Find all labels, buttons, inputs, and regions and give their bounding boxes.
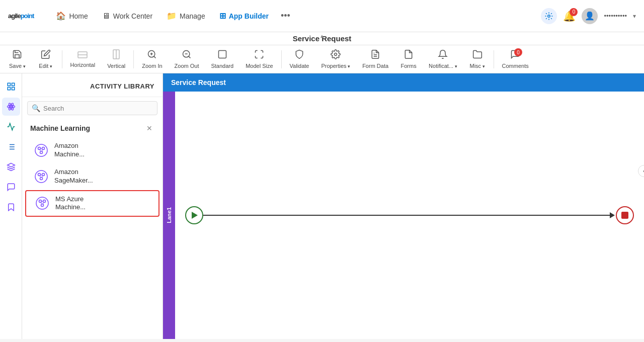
sidebar-icon-atom[interactable] [2, 98, 20, 116]
standard-label: Standard [211, 63, 233, 69]
svg-point-48 [41, 204, 44, 207]
settings-icon[interactable] [541, 8, 557, 24]
amazon-sagemaker-label: AmazonSageMaker... [54, 168, 93, 185]
folder-icon: 📁 [167, 11, 177, 21]
horizontal-button[interactable]: Horizontal [65, 48, 101, 70]
sidebar-icon-bookmark[interactable] [2, 198, 20, 216]
end-node[interactable] [616, 206, 634, 224]
lane-label: Lane1 [166, 207, 172, 223]
forms-icon [404, 49, 414, 62]
forms-button[interactable]: Forms [395, 47, 422, 71]
zoomout-button[interactable]: Zoom Out [170, 47, 204, 71]
main-layout: + ACTIVITY LIBRARY 🔍 Machine Learning ✕ [0, 73, 644, 339]
horizontal-icon [77, 50, 88, 61]
svg-line-36 [40, 149, 41, 151]
comments-icon: 0 [510, 49, 520, 62]
toolbar: Save Edit Horizontal Vertical [0, 45, 644, 73]
standard-icon [217, 49, 227, 62]
save-icon [12, 49, 22, 62]
svg-point-45 [36, 197, 48, 209]
amazon-sagemaker-icon [33, 168, 49, 185]
nav-home[interactable]: 🏠 Home [50, 7, 94, 25]
formdata-button[interactable]: Form Data [357, 47, 393, 71]
logo: agilepoint [8, 12, 34, 20]
sidebar-icon-chat[interactable] [2, 178, 20, 196]
svg-rect-18 [8, 88, 10, 90]
avatar[interactable]: 👤 [582, 8, 598, 24]
ms-azure-icon [34, 195, 50, 211]
zoomout-icon [182, 49, 192, 62]
bell-icon[interactable]: 🔔 0 [563, 10, 576, 22]
formdata-icon [370, 49, 380, 62]
svg-point-47 [43, 200, 46, 203]
home-icon: 🏠 [56, 11, 66, 21]
top-nav: agilepoint 🏠 Home 🖥 Work Center 📁 Manage… [0, 0, 644, 32]
svg-point-39 [38, 173, 41, 176]
standard-button[interactable]: Standard [206, 47, 238, 71]
misc-icon [472, 49, 482, 62]
start-play-icon [192, 212, 198, 219]
nav-more[interactable]: ••• [277, 7, 294, 25]
notifications-label: Notificat... [429, 63, 457, 69]
sidebar-icon-layers[interactable] [2, 158, 20, 176]
lib-item-amazon-sagemaker[interactable]: AmazonSageMaker... [25, 164, 159, 189]
comments-button[interactable]: 0 Comments [497, 47, 534, 71]
lib-item-ms-azure[interactable]: MS AzureMachine... [25, 190, 159, 217]
nav-workcenter[interactable]: 🖥 Work Center [96, 8, 158, 25]
nav-right: 🔔 0 👤 •••••••••• ▾ [541, 8, 636, 24]
start-node[interactable] [185, 206, 203, 224]
svg-point-20 [10, 106, 12, 108]
validate-button[interactable]: Validate [285, 47, 314, 71]
comments-label: Comments [502, 63, 529, 69]
nav-appbuilder[interactable]: ⊞ App Builder [213, 7, 275, 25]
edit-label: Edit [39, 63, 52, 69]
svg-point-41 [40, 177, 43, 180]
horizontal-label: Horizontal [70, 62, 96, 68]
lib-item-amazon-machine[interactable]: AmazonMachine... [25, 138, 159, 163]
notifications-icon [438, 49, 448, 62]
sep1 [62, 50, 62, 68]
sidebar-icon-chart[interactable] [2, 118, 20, 136]
notifications-button[interactable]: Notificat... [424, 47, 462, 71]
flow-line [195, 215, 614, 216]
bell-badge: 0 [570, 8, 578, 16]
canvas-body[interactable]: Lane1 [163, 92, 644, 339]
grid-icon: ⊞ [219, 11, 226, 21]
svg-rect-19 [12, 88, 14, 90]
svg-point-46 [39, 200, 42, 203]
nav-chevron-icon[interactable]: ▾ [633, 13, 636, 20]
svg-line-6 [154, 56, 156, 58]
username[interactable]: •••••••••• [604, 12, 627, 20]
canvas-title: Service Request [171, 78, 226, 87]
zoomout-label: Zoom Out [175, 63, 199, 69]
lane-container: Lane1 [163, 92, 644, 339]
svg-line-44 [42, 176, 43, 178]
vertical-button[interactable]: Vertical [102, 47, 130, 71]
search-icon: 🔍 [32, 104, 40, 112]
category-close-icon[interactable]: ✕ [144, 123, 154, 133]
nav-manage[interactable]: 📁 Manage [160, 7, 211, 25]
vertical-icon [113, 49, 120, 62]
properties-button[interactable]: Properties [316, 47, 355, 71]
collapse-icon[interactable]: ▲ [319, 33, 325, 39]
modelsize-icon [254, 49, 264, 62]
edit-button[interactable]: Edit [33, 47, 59, 71]
category-header[interactable]: Machine Learning ✕ [22, 119, 163, 137]
zoomin-icon [147, 49, 157, 62]
svg-point-34 [40, 151, 43, 153]
canvas-area: Service Request Lane1 [163, 73, 644, 339]
sidebar-icon-list[interactable] [2, 138, 20, 156]
forms-label: Forms [401, 63, 417, 69]
save-button[interactable]: Save [4, 47, 31, 71]
search-input[interactable] [43, 105, 153, 112]
zoomin-button[interactable]: Zoom In [137, 47, 167, 71]
modelsize-label: Model Size [246, 63, 273, 69]
svg-point-0 [548, 15, 550, 17]
svg-point-33 [42, 147, 45, 149]
svg-line-10 [189, 56, 191, 58]
misc-button[interactable]: Misc [464, 47, 491, 71]
sidebar-icon-grid[interactable] [2, 77, 20, 96]
comments-badge: 0 [514, 48, 522, 56]
modelsize-button[interactable]: Model Size [240, 47, 278, 71]
sidebar-icons [0, 73, 22, 339]
